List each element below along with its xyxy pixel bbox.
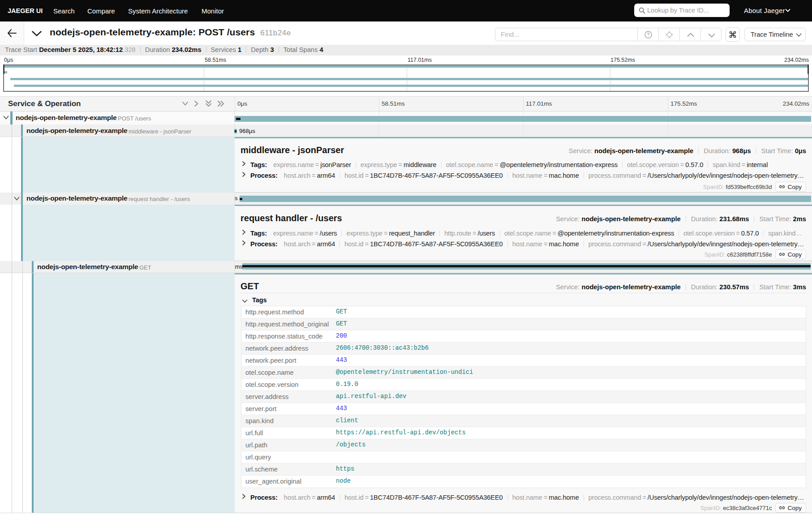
svg-text:?: ? bbox=[647, 32, 650, 37]
